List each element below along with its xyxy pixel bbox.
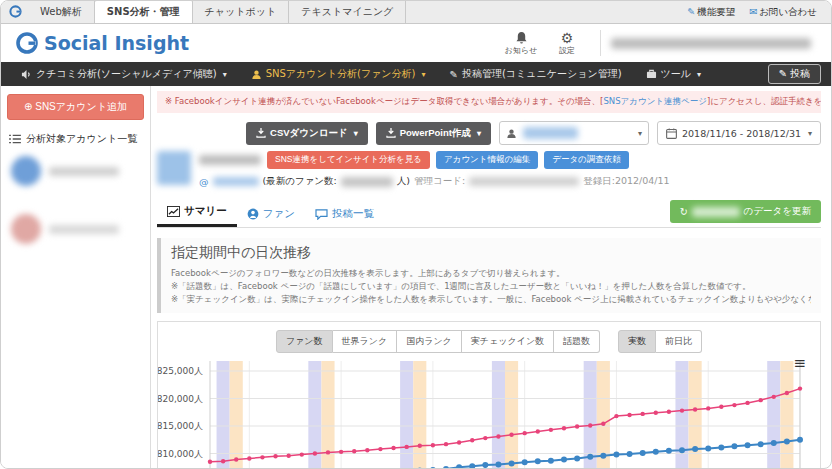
- sidebar-account-entry[interactable]: [11, 156, 140, 186]
- date-range-picker[interactable]: 2018/11/16 - 2018/12/31 ▾: [657, 121, 821, 145]
- app-logo[interactable]: Social Insight: [15, 31, 189, 55]
- logo-icon: [15, 31, 39, 55]
- chevron-down-icon: ▾: [808, 129, 812, 138]
- account-select[interactable]: ▾: [499, 121, 649, 145]
- bell-icon: [515, 30, 528, 45]
- redacted-admin-code: [469, 177, 579, 186]
- fans-label: (最新のファン数:: [263, 175, 337, 188]
- chevron-down-icon: ▾: [223, 70, 227, 79]
- chart-menu-icon[interactable]: ≡: [793, 356, 806, 371]
- registered-date: 登録日:2012/04/11: [583, 175, 669, 188]
- mail-icon: ✉: [749, 6, 757, 17]
- csv-button-label: CSVダウンロード: [270, 127, 348, 140]
- mode-day-over-day-button[interactable]: 前日比: [656, 330, 702, 353]
- notice-text: ※ Facebookインサイト連携が済んでいないFacebookページはデータ取…: [165, 96, 603, 106]
- admin-code-label: 管理コード:: [414, 175, 465, 188]
- pencil-icon: ✎: [687, 6, 695, 17]
- line-chart-icon: [167, 206, 180, 217]
- tab-summary-label: サマリー: [184, 204, 227, 218]
- redacted-page-handle: [213, 177, 259, 186]
- metric-world-rank-button[interactable]: 世界ランク: [333, 330, 398, 353]
- sns-account-link[interactable]: SNSアカウント連携ページ: [603, 96, 707, 106]
- metric-checkins-button[interactable]: 実チェックイン数: [462, 330, 554, 353]
- redacted-page-avatar: [157, 151, 191, 185]
- add-sns-account-button[interactable]: ⊕ SNSアカウント追加: [7, 94, 144, 120]
- speech-bubble-icon: [315, 209, 328, 220]
- redacted-account-name: [692, 207, 740, 217]
- toolbox-icon: [646, 69, 657, 79]
- header-divider: [600, 30, 601, 56]
- ppt-button-label: PowerPoint作成: [400, 127, 471, 140]
- add-account-label: SNSアカウント追加: [35, 101, 127, 112]
- tab-text-mining[interactable]: テキストマイニング: [289, 1, 406, 23]
- contact-link[interactable]: ✉お問い合わせ: [749, 6, 817, 19]
- account-info: SNS連携をしてインサイト分析を見る アカウント情報の編集 データの調査依頼 @…: [199, 151, 670, 188]
- update-button-label: のデータを更新: [744, 205, 811, 218]
- feature-request-link[interactable]: ✎機能要望: [687, 6, 735, 19]
- post-button[interactable]: ✎ 投稿: [768, 64, 821, 84]
- nav-tools-label: ツール: [661, 67, 691, 81]
- sidebar-item-account-list[interactable]: 分析対象アカウント一覧: [9, 132, 142, 146]
- list-icon: [9, 134, 21, 144]
- toolbar: CSVダウンロード▾ PowerPoint作成▾ ▾ 2018/11/16 - …: [157, 121, 821, 145]
- redacted-avatar: [11, 156, 41, 186]
- sidebar: ⊕ SNSアカウント追加 分析対象アカウント一覧: [1, 86, 151, 469]
- powerpoint-create-button[interactable]: PowerPoint作成▾: [376, 122, 491, 145]
- daily-trend-section: 指定期間中の日次推移 Facebookページのフォロワー数などの日次推移を表示し…: [157, 238, 821, 313]
- nav-post-label: 投稿管理(コミュニケーション管理): [462, 67, 622, 81]
- svg-text:1,815,000人: 1,815,000人: [158, 421, 203, 431]
- main-navbar: クチコミ分析(ソーシャルメディア傾聴)▾ SNSアカウント分析(ファン分析)▾ …: [1, 62, 831, 86]
- tab-posts-label: 投稿一覧: [332, 207, 374, 221]
- fans-suffix: 人): [397, 175, 410, 188]
- update-data-button[interactable]: ↻ のデータを更新: [670, 200, 821, 223]
- svg-text:1,825,000人: 1,825,000人: [158, 366, 203, 376]
- data-survey-button[interactable]: データの調査依頼: [544, 151, 629, 169]
- metric-fans-button[interactable]: ファン数: [276, 330, 333, 353]
- person-icon: [506, 128, 517, 139]
- logo-text: Social Insight: [44, 32, 189, 54]
- header: Social Insight お知らせ ⚙ 設定: [1, 24, 831, 62]
- chevron-down-icon: ▾: [638, 129, 642, 138]
- settings-label: 設定: [559, 45, 575, 56]
- edit-account-button[interactable]: アカウント情報の編集: [436, 151, 538, 169]
- nav-buzz-analysis[interactable]: クチコミ分析(ソーシャルメディア傾聴)▾: [9, 62, 239, 86]
- refresh-icon: ↻: [680, 206, 688, 217]
- csv-download-button[interactable]: CSVダウンロード▾: [246, 122, 368, 145]
- nav-buzz-label: クチコミ分析(ソーシャルメディア傾聴): [36, 67, 217, 81]
- notifications-label: お知らせ: [505, 45, 538, 56]
- person-icon: [251, 69, 262, 80]
- nav-account-analysis[interactable]: SNSアカウント分析(ファン分析)▾: [239, 62, 438, 86]
- metric-domestic-rank-button[interactable]: 国内ランク: [397, 330, 462, 353]
- sidebar-account-entry[interactable]: [11, 214, 140, 244]
- account-summary-row: SNS連携をしてインサイト分析を見る アカウント情報の編集 データの調査依頼 @…: [157, 151, 821, 188]
- pencil-icon: ✎: [450, 69, 458, 80]
- feature-request-label: 機能要望: [697, 6, 735, 17]
- settings-button[interactable]: ⚙ 設定: [544, 30, 590, 56]
- nav-account-label: SNSアカウント分析(ファン分析): [266, 67, 416, 81]
- tab-sns-analytics[interactable]: SNS分析・管理: [95, 0, 193, 23]
- main-panel: ※ Facebookインサイト連携が済んでいないFacebookページはデータ取…: [151, 86, 831, 469]
- tab-fans[interactable]: ファン: [237, 201, 305, 227]
- brand-mark-icon: [9, 5, 22, 20]
- notifications-button[interactable]: お知らせ: [498, 30, 544, 56]
- metric-buzz-button[interactable]: 話題数: [554, 330, 600, 353]
- view-tabs: サマリー ファン 投稿一覧 ↻ のデータを更新: [157, 198, 821, 228]
- tab-posts[interactable]: 投稿一覧: [305, 201, 384, 227]
- nav-tools[interactable]: ツール▾: [634, 62, 713, 86]
- plus-circle-icon: ⊕: [24, 101, 32, 112]
- person-circle-icon: [247, 208, 259, 220]
- redacted-page-name: [199, 155, 261, 165]
- speaker-icon: [21, 69, 32, 80]
- tab-web-analytics[interactable]: Web解析: [28, 1, 95, 23]
- svg-text:1,820,000人: 1,820,000人: [158, 393, 203, 403]
- chart-plot: 1,825,000人1,820,000人1,815,000人1,810,000人…: [158, 359, 820, 469]
- tab-chatbot[interactable]: チャットボット: [193, 1, 290, 23]
- redacted-fan-count: [341, 177, 393, 187]
- nav-post-management[interactable]: ✎ 投稿管理(コミュニケーション管理): [438, 62, 634, 86]
- calendar-icon: [666, 128, 677, 139]
- mode-actual-button[interactable]: 実数: [618, 330, 656, 353]
- tab-summary[interactable]: サマリー: [157, 198, 237, 227]
- sns-insight-link-button[interactable]: SNS連携をしてインサイト分析を見る: [267, 151, 430, 169]
- chevron-down-icon: ▾: [697, 70, 701, 79]
- redacted-avatar: [11, 214, 41, 244]
